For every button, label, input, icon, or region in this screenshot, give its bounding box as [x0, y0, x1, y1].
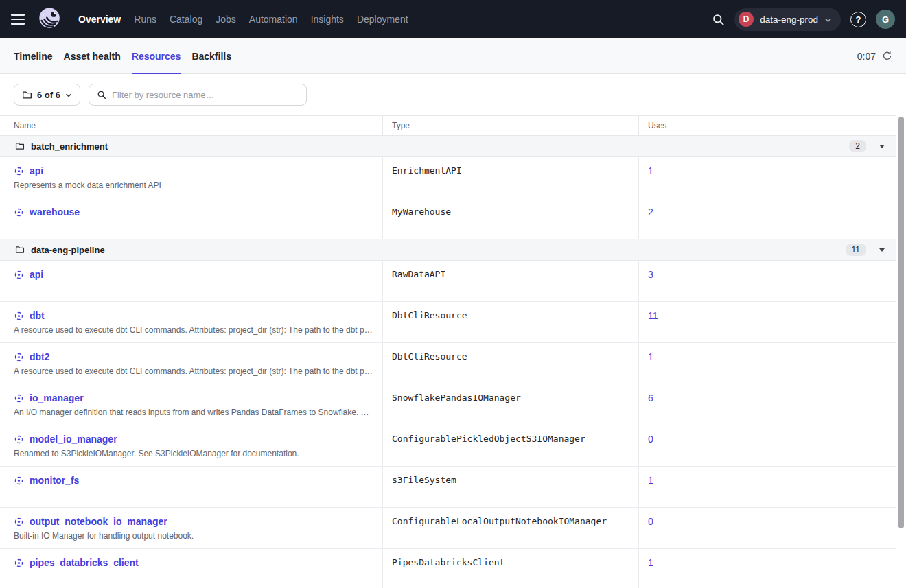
group-collapse-caret-icon[interactable]	[878, 246, 886, 254]
resource-link[interactable]: model_io_manager	[30, 432, 117, 446]
nav-item-runs[interactable]: Runs	[134, 14, 156, 25]
nav-item-catalog[interactable]: Catalog	[170, 14, 202, 25]
resource-uses-link[interactable]: 0	[648, 434, 653, 445]
resource-row: monitor_fs s3FileSystem 1	[0, 467, 896, 508]
nav-item-deployment[interactable]: Deployment	[357, 14, 408, 25]
search-icon[interactable]	[712, 13, 725, 26]
filter-bar: 6 of 6	[0, 74, 906, 115]
group-name: batch_enrichment	[31, 141, 108, 152]
resource-uses-cell: 6	[638, 384, 896, 425]
resource-type: ConfigurableLocalOutputNotebookIOManager	[382, 508, 638, 548]
search-icon	[97, 90, 106, 99]
group-row: data-eng-pipeline 11	[0, 239, 896, 261]
resource-row: model_io_manager Renamed to S3PickleIOMa…	[0, 425, 896, 467]
resource-name-cell: api	[0, 261, 382, 301]
resource-uses-cell: 1	[638, 467, 896, 507]
resource-link[interactable]: monitor_fs	[30, 473, 79, 487]
tabs: TimelineAsset healthResourcesBackfills	[14, 38, 231, 74]
group-count-dropdown[interactable]: 6 of 6	[14, 84, 80, 106]
tab-resources[interactable]: Resources	[132, 38, 181, 74]
resource-uses-link[interactable]: 1	[648, 351, 653, 362]
resource-row: api Represents a mock data enrichment AP…	[0, 157, 896, 198]
resources-table-header: Name Type Uses	[0, 116, 896, 136]
top-nav-right: D data-eng-prod ? G	[712, 8, 895, 31]
resources-table: Name Type Uses batch_enrichment 2 api Re	[0, 115, 896, 588]
resource-uses-link[interactable]: 6	[648, 392, 653, 403]
deployment-name: data-eng-prod	[760, 14, 818, 25]
nav-item-overview[interactable]: Overview	[78, 14, 121, 25]
resource-link[interactable]: io_manager	[30, 391, 84, 405]
resource-icon	[14, 207, 24, 217]
resource-link[interactable]: dbt2	[30, 350, 50, 364]
resource-uses-link[interactable]: 1	[648, 165, 653, 176]
resource-icon	[14, 558, 24, 568]
tab-backfills[interactable]: Backfills	[191, 38, 231, 74]
nav-item-jobs[interactable]: Jobs	[216, 14, 236, 25]
resource-row: output_notebook_io_manager Built-in IO M…	[0, 508, 896, 549]
resource-description: A resource used to execute dbt CLI comma…	[14, 325, 374, 336]
resource-icon	[14, 517, 24, 527]
resource-name-cell: io_manager An I/O manager definition tha…	[0, 384, 382, 425]
deployment-switcher[interactable]: D data-eng-prod	[734, 8, 841, 31]
resource-link[interactable]: dbt	[30, 309, 45, 322]
resource-uses-cell: 1	[638, 343, 896, 384]
resource-link[interactable]: api	[30, 268, 43, 281]
folder-icon	[15, 245, 25, 255]
tab-asset-health[interactable]: Asset health	[64, 38, 121, 74]
nav-item-automation[interactable]: Automation	[249, 14, 298, 25]
help-icon[interactable]: ?	[850, 12, 866, 27]
resource-uses-link[interactable]: 1	[648, 557, 653, 568]
resource-icon	[14, 475, 24, 486]
group-count-badge: 2	[849, 140, 866, 152]
resource-description: A resource used to execute dbt CLI comma…	[14, 366, 374, 377]
resources-table-body: batch_enrichment 2 api Represents a mock…	[0, 136, 896, 588]
resource-row: warehouse MyWarehouse 2	[0, 198, 896, 239]
user-avatar[interactable]: G	[876, 10, 895, 29]
group-count-badge: 11	[846, 244, 866, 256]
tab-timeline[interactable]: Timeline	[14, 38, 53, 74]
resource-link[interactable]: api	[30, 164, 43, 178]
resource-row: dbt2 A resource used to execute dbt CLI …	[0, 343, 896, 384]
tabbar-right: 0:07	[857, 51, 892, 62]
resource-name-cell: pipes_databricks_client	[0, 549, 382, 588]
chevron-down-icon	[65, 92, 72, 99]
top-navigation-bar: OverviewRunsCatalogJobsAutomationInsight…	[0, 0, 906, 38]
resource-name-cell: dbt A resource used to execute dbt CLI c…	[0, 302, 382, 342]
resource-uses-cell: 1	[638, 157, 896, 198]
resource-row: api RawDataAPI 3	[0, 261, 896, 302]
resource-icon	[14, 352, 24, 362]
vertical-scrollbar[interactable]	[898, 117, 904, 528]
resource-link[interactable]: warehouse	[30, 205, 80, 219]
folder-icon	[15, 141, 25, 151]
resource-description: Renamed to S3PickleIOManager. See S3Pick…	[14, 448, 374, 459]
menu-icon[interactable]	[11, 10, 29, 28]
resource-icon	[14, 434, 24, 445]
resource-uses-link[interactable]: 3	[648, 269, 653, 280]
resource-type: s3FileSystem	[382, 467, 638, 507]
resource-uses-link[interactable]: 1	[648, 475, 653, 486]
resource-uses-link[interactable]: 2	[648, 207, 653, 217]
resource-icon	[14, 166, 24, 176]
folder-icon	[22, 90, 32, 100]
resource-uses-cell: 0	[638, 508, 896, 548]
deployment-initial-badge: D	[739, 12, 754, 27]
resource-name-cell: dbt2 A resource used to execute dbt CLI …	[0, 343, 382, 384]
resource-uses-link[interactable]: 0	[648, 516, 653, 527]
resource-type: PipesDatabricksClient	[382, 549, 638, 588]
resource-type: MyWarehouse	[382, 198, 638, 239]
refresh-icon[interactable]	[882, 51, 892, 61]
nav-item-insights[interactable]: Insights	[311, 14, 344, 25]
resource-type: ConfigurablePickledObjectS3IOManager	[382, 425, 638, 466]
group-collapse-caret-icon[interactable]	[878, 142, 886, 150]
resource-link[interactable]: output_notebook_io_manager	[30, 515, 167, 528]
resource-link[interactable]: pipes_databricks_client	[30, 556, 139, 569]
chevron-down-icon	[824, 16, 832, 24]
resource-uses-cell: 0	[638, 425, 896, 466]
resource-uses-cell: 3	[638, 261, 896, 301]
resource-filter-input[interactable]	[112, 90, 299, 100]
dagster-logo-icon[interactable]	[37, 6, 63, 32]
resource-uses-link[interactable]: 11	[648, 310, 658, 321]
resource-row: dbt A resource used to execute dbt CLI c…	[0, 302, 896, 343]
resource-type: EnrichmentAPI	[382, 157, 638, 198]
group-name: data-eng-pipeline	[31, 245, 105, 255]
